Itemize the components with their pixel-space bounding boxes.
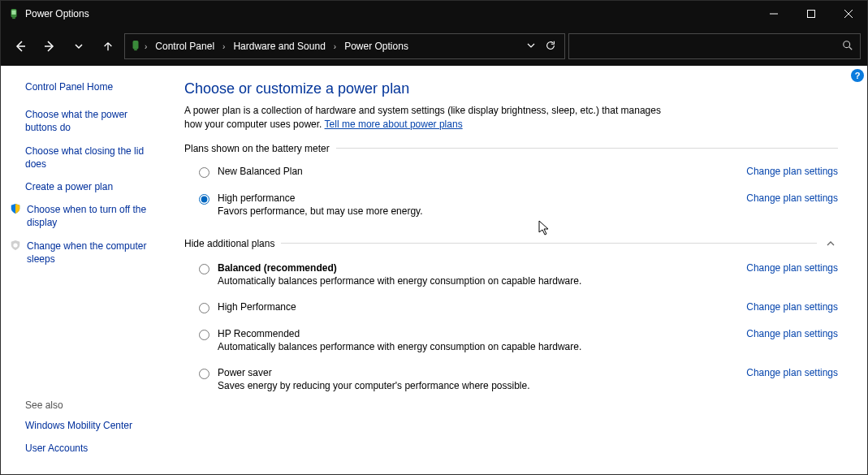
main-panel: Choose or customize a power plan A power… (171, 66, 867, 474)
plan-radio[interactable] (199, 264, 209, 274)
content-area: ? Control Panel Home Choose what the pow… (1, 66, 867, 474)
plan-description: Automatically balances performance with … (218, 341, 738, 352)
plan-description: Favors performance, but may use more ene… (218, 205, 738, 217)
learn-more-link[interactable]: Tell me more about power plans (325, 119, 463, 130)
svg-rect-1 (12, 17, 15, 19)
plan-row-high-performance-2: High Performance Change plan settings (184, 298, 838, 317)
plan-radio[interactable] (199, 194, 209, 205)
recent-dropdown[interactable] (66, 33, 92, 59)
see-also-section: See also Windows Mobility Center User Ac… (25, 399, 163, 464)
plan-name[interactable]: Balanced (recommended) (218, 262, 738, 274)
titlebar: Power Options (1, 1, 867, 27)
svg-point-11 (844, 41, 850, 47)
plan-name[interactable]: Power saver (218, 367, 738, 378)
address-bar[interactable]: › Control Panel › Hardware and Sound › P… (124, 33, 565, 59)
change-plan-link[interactable]: Change plan settings (746, 367, 838, 378)
plan-radio[interactable] (199, 303, 209, 313)
group-hidden-text: Hide additional plans (184, 238, 274, 249)
group-hidden-label: Hide additional plans (184, 236, 838, 251)
location-icon (130, 40, 141, 54)
chevron-right-icon[interactable]: › (332, 42, 338, 51)
change-plan-link[interactable]: Change plan settings (746, 262, 838, 274)
plan-name[interactable]: New Balanced Plan (218, 166, 738, 177)
back-button[interactable] (7, 33, 33, 59)
see-also-user-accounts[interactable]: User Accounts (25, 442, 163, 455)
plan-row-power-saver: Power saver Saves energy by reducing you… (184, 364, 838, 395)
svg-rect-4 (808, 11, 815, 18)
plan-name[interactable]: High Performance (218, 301, 738, 313)
crumb-hardware-sound[interactable]: Hardware and Sound (228, 41, 330, 52)
minimize-button[interactable] (755, 1, 792, 27)
plan-description: Saves energy by reducing your computer's… (218, 380, 738, 391)
change-plan-link[interactable]: Change plan settings (746, 166, 838, 177)
refresh-button[interactable] (545, 40, 556, 54)
shield-icon (9, 240, 22, 251)
shield-icon (9, 203, 22, 214)
plan-radio[interactable] (199, 369, 209, 379)
chevron-right-icon[interactable]: › (143, 42, 149, 51)
divider (336, 148, 838, 149)
crumb-power-options[interactable]: Power Options (339, 41, 413, 52)
window-controls (755, 1, 867, 27)
page-description: A power plan is a collection of hardware… (184, 104, 672, 132)
svg-line-12 (849, 46, 853, 50)
control-panel-home-link[interactable]: Control Panel Home (25, 80, 160, 93)
address-dropdown[interactable] (527, 41, 535, 52)
page-heading: Choose or customize a power plan (184, 80, 838, 97)
sidebar-link-closing-lid[interactable]: Choose what closing the lid does (25, 145, 160, 171)
sidebar-link-power-buttons[interactable]: Choose what the power buttons do (25, 108, 160, 134)
plan-name[interactable]: HP Recommended (218, 328, 738, 339)
sidebar-link-turn-off-display[interactable]: Choose when to turn off the display (27, 203, 160, 229)
svg-point-13 (13, 243, 17, 247)
group-shown-text: Plans shown on the battery meter (184, 143, 330, 154)
app-icon (7, 7, 20, 20)
window-title: Power Options (25, 8, 89, 19)
forward-button[interactable] (37, 33, 63, 59)
search-input[interactable] (576, 41, 842, 52)
plan-name[interactable]: High performance (218, 192, 738, 204)
see-also-mobility-center[interactable]: Windows Mobility Center (25, 419, 163, 432)
change-plan-link[interactable]: Change plan settings (746, 328, 838, 339)
maximize-button[interactable] (792, 1, 830, 27)
sidebar-link-create-plan[interactable]: Create a power plan (25, 180, 160, 193)
sidebar-link-computer-sleeps[interactable]: Change when the computer sleeps (27, 240, 160, 266)
plan-radio[interactable] (199, 330, 209, 340)
change-plan-link[interactable]: Change plan settings (746, 192, 838, 204)
plan-row-new-balanced: New Balanced Plan Change plan settings (184, 162, 838, 181)
plan-radio[interactable] (199, 167, 209, 178)
window-frame: Power Options (0, 0, 868, 475)
collapse-button[interactable] (823, 236, 838, 251)
plan-row-hp-recommended: HP Recommended Automatically balances pe… (184, 325, 838, 356)
plan-row-balanced: Balanced (recommended) Automatically bal… (184, 259, 838, 290)
search-icon[interactable] (842, 40, 853, 54)
search-box[interactable] (568, 33, 861, 59)
see-also-heading: See also (25, 399, 163, 411)
navigation-bar: › Control Panel › Hardware and Sound › P… (1, 27, 867, 66)
plan-row-high-performance: High performance Favors performance, but… (184, 189, 838, 220)
svg-rect-9 (133, 40, 139, 49)
svg-rect-2 (11, 11, 15, 15)
plan-description: Automatically balances performance with … (218, 275, 738, 287)
up-button[interactable] (95, 33, 121, 59)
crumb-control-panel[interactable]: Control Panel (150, 41, 219, 52)
change-plan-link[interactable]: Change plan settings (746, 301, 838, 313)
chevron-right-icon[interactable]: › (221, 42, 227, 51)
close-button[interactable] (830, 1, 867, 27)
divider (281, 243, 817, 244)
svg-rect-10 (134, 49, 137, 50)
group-shown-label: Plans shown on the battery meter (184, 143, 838, 154)
sidebar: Control Panel Home Choose what the power… (1, 66, 171, 474)
